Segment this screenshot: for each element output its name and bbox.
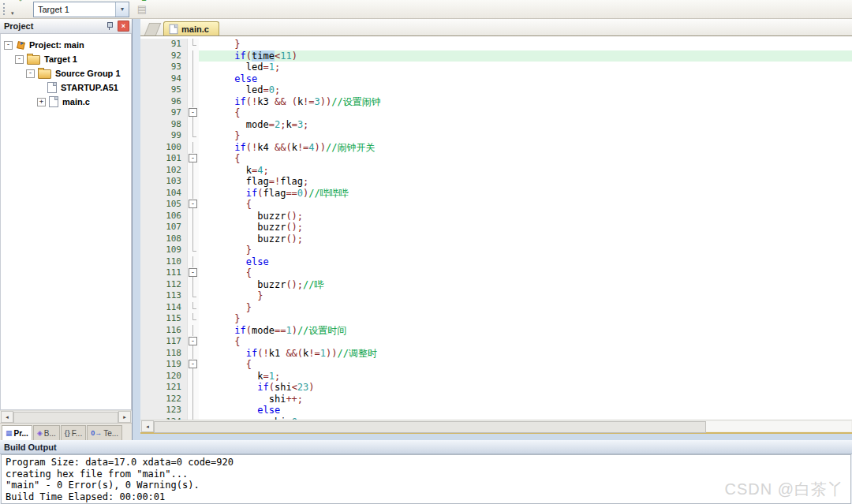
chevron-down-icon[interactable]: ▾ [11, 10, 14, 16]
collapse-icon[interactable]: - [4, 41, 13, 50]
batch-build-icon[interactable]: ◈ [13, 0, 28, 4]
code-line-107[interactable]: 107 buzzr(); [140, 222, 852, 233]
code-line-109[interactable]: 109 } [140, 245, 852, 256]
tree-item-main-c[interactable]: +main.c [1, 95, 131, 109]
fold-minus-icon[interactable]: - [189, 154, 197, 162]
collapse-icon[interactable]: - [26, 69, 35, 78]
code-line-94[interactable]: 94 else [140, 73, 852, 85]
fold-collapse-icon[interactable]: - [188, 199, 199, 211]
scroll-track[interactable] [13, 412, 118, 422]
tree-item-target-1[interactable]: -Target 1 [1, 52, 131, 66]
scroll-track[interactable] [154, 421, 851, 431]
pin-icon[interactable] [106, 21, 114, 31]
breakpoint-margin[interactable] [140, 313, 151, 325]
breakpoint-margin[interactable] [140, 394, 151, 405]
breakpoint-margin[interactable] [140, 39, 151, 50]
fold-collapse-icon[interactable]: - [188, 359, 199, 371]
code-line-120[interactable]: 120 k=1; [140, 371, 852, 383]
code-line-110[interactable]: 110 else [140, 256, 852, 268]
project-panel-hscrollbar[interactable]: ◂ ▸ [0, 410, 132, 423]
code-line-105[interactable]: 105- { [140, 199, 852, 211]
code-line-112[interactable]: 112 buzzr();//哔 [140, 279, 852, 291]
code-line-103[interactable]: 103 flag=!flag; [140, 176, 852, 188]
scroll-thumb[interactable] [13, 412, 118, 424]
code-line-121[interactable]: 121 if(shi<23) [140, 382, 852, 394]
fold-minus-icon[interactable]: - [189, 337, 197, 345]
breakpoint-margin[interactable] [140, 382, 151, 394]
breakpoint-margin[interactable] [140, 348, 151, 360]
code-line-113[interactable]: 113 } [140, 290, 852, 302]
breakpoint-margin[interactable] [140, 107, 151, 119]
fold-minus-icon[interactable]: - [189, 108, 197, 117]
code-line-106[interactable]: 106 buzzr(); [140, 211, 852, 222]
breakpoint-margin[interactable] [140, 302, 151, 314]
code-line-118[interactable]: 118 if(!k1 &&(k!=1))//调整时 [140, 348, 852, 360]
code-line-123[interactable]: 123 else [140, 405, 852, 416]
breakpoint-margin[interactable] [140, 325, 151, 337]
fold-collapse-icon[interactable]: - [188, 107, 199, 119]
breakpoint-margin[interactable] [140, 222, 151, 233]
tab-books[interactable]: ◈B... [33, 425, 60, 440]
code-line-97[interactable]: 97- { [140, 107, 852, 119]
code-line-104[interactable]: 104 if(flag==0)//哔哔哔 [140, 188, 852, 200]
breakpoint-margin[interactable] [140, 165, 151, 177]
breakpoint-margin[interactable] [140, 290, 151, 302]
scroll-right-icon[interactable]: ▸ [118, 411, 131, 423]
code-line-114[interactable]: 114 } [140, 302, 852, 314]
tab-templates[interactable]: 0→Te... [87, 425, 122, 440]
panel-splitter[interactable] [133, 19, 140, 440]
code-line-116[interactable]: 116 if(mode==1)//设置时间 [140, 325, 852, 337]
tab-project[interactable]: ▦Pr... [2, 425, 32, 440]
expand-icon[interactable]: + [37, 98, 46, 106]
code-line-115[interactable]: 115 } [140, 313, 852, 325]
code-line-101[interactable]: 101- { [140, 153, 852, 165]
target-select[interactable]: Target 1 ▾ [33, 2, 129, 17]
scroll-left-icon[interactable]: ◂ [141, 420, 154, 432]
collapse-icon[interactable]: - [15, 55, 24, 64]
code-line-93[interactable]: 93 led=1; [140, 62, 852, 73]
code-line-119[interactable]: 119- { [140, 359, 852, 371]
breakpoint-margin[interactable] [140, 359, 151, 371]
chevron-down-icon[interactable]: ▾ [115, 2, 129, 17]
fold-minus-icon[interactable]: - [189, 268, 197, 277]
toolbar-grip[interactable] [3, 3, 8, 15]
breakpoint-margin[interactable] [140, 199, 151, 211]
code-line-92[interactable]: 92 if(time<11) [140, 50, 852, 62]
breakpoint-margin[interactable] [140, 211, 151, 222]
breakpoint-margin[interactable] [140, 50, 151, 62]
code-line-100[interactable]: 100 if(!k4 &&(k!=4))//闹钟开关 [140, 142, 852, 154]
code-line-99[interactable]: 99 } [140, 130, 852, 142]
fold-minus-icon[interactable]: - [189, 360, 197, 368]
code-line-102[interactable]: 102 k=4; [140, 165, 852, 177]
close-icon[interactable]: × [118, 21, 129, 32]
fold-collapse-icon[interactable]: - [188, 336, 199, 348]
breakpoint-margin[interactable] [140, 245, 151, 256]
code-line-117[interactable]: 117- { [140, 336, 852, 348]
breakpoint-margin[interactable] [140, 130, 151, 142]
code-line-95[interactable]: 95 led=0; [140, 84, 852, 96]
code-line-96[interactable]: 96 if(!k3 && (k!=3))//设置闹钟 [140, 96, 852, 108]
breakpoint-margin[interactable] [140, 176, 151, 188]
code-line-98[interactable]: 98 mode=2;k=3; [140, 119, 852, 131]
tree-item-startup-a51[interactable]: STARTUP.A51 [1, 80, 131, 95]
breakpoint-margin[interactable] [140, 73, 151, 85]
breakpoint-margin[interactable] [140, 119, 151, 131]
breakpoint-margin[interactable] [140, 405, 151, 416]
tree-item-source-group-1[interactable]: -Source Group 1 [1, 66, 131, 80]
code-area[interactable]: 91 }92 if(time<11)93 led=1;94 else95 led… [140, 36, 852, 420]
fold-collapse-icon[interactable]: - [188, 153, 199, 165]
breakpoint-margin[interactable] [140, 142, 151, 154]
code-line-91[interactable]: 91 } [140, 39, 852, 50]
tree-item-project-main[interactable]: -Project: main [1, 38, 131, 52]
scroll-left-icon[interactable]: ◂ [1, 411, 13, 423]
scroll-thumb[interactable] [154, 421, 706, 433]
build-output-content[interactable]: Program Size: data=17.0 xdata=0 code=920… [1, 454, 851, 504]
breakpoint-margin[interactable] [140, 233, 151, 245]
breakpoint-margin[interactable] [140, 336, 151, 348]
code-line-111[interactable]: 111- { [140, 267, 852, 279]
breakpoint-margin[interactable] [140, 267, 151, 279]
tab-functions[interactable]: {}F... [61, 425, 86, 440]
fold-collapse-icon[interactable]: - [188, 267, 199, 279]
breakpoint-margin[interactable] [140, 279, 151, 291]
fold-minus-icon[interactable]: - [189, 200, 197, 208]
